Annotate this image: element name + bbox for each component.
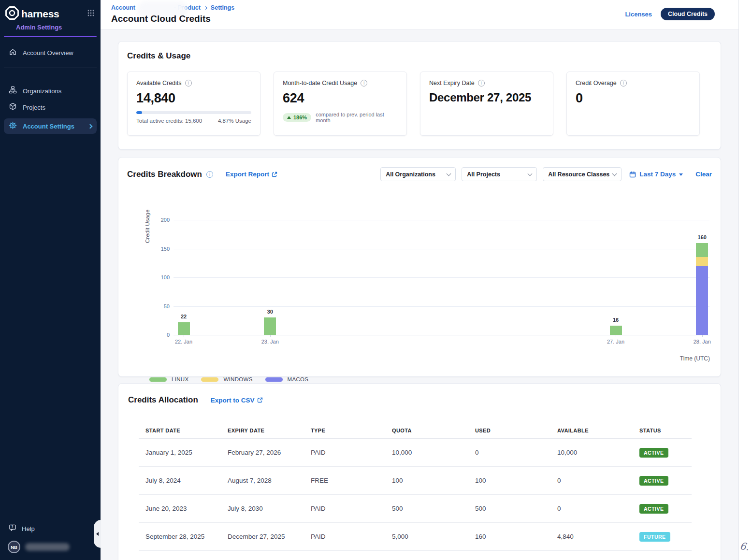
- allocation-header: Credits Allocation Export to CSV: [128, 395, 711, 405]
- legend-item-linux[interactable]: LINUX: [149, 376, 188, 382]
- info-icon[interactable]: [361, 80, 367, 86]
- cloud-credits-button[interactable]: Cloud Credits: [661, 8, 715, 20]
- status-badge: ACTIVE: [639, 448, 668, 458]
- usage-percent: 4.87% Usage: [218, 118, 251, 124]
- legend-swatch: [265, 377, 283, 382]
- delta-note: compared to prev. period last month: [316, 112, 398, 123]
- stat-card-row: Available Credits 14,840 Total active cr…: [127, 72, 712, 136]
- sidebar-bottom: Help NB: [0, 520, 101, 560]
- brand-name: harness: [21, 8, 59, 20]
- x-axis-line: [174, 335, 709, 335]
- cell-used: 0: [475, 449, 557, 456]
- cell-expiry_date: August 7, 2028: [228, 477, 311, 484]
- licenses-link[interactable]: Licenses: [625, 11, 652, 18]
- page-title: Account Cloud Credits: [111, 14, 211, 24]
- chevron-down-icon: [447, 171, 451, 176]
- cell-status: ACTIVE: [639, 504, 692, 514]
- sidebar-item-organizations[interactable]: Organizations: [0, 83, 101, 99]
- breadcrumb-account[interactable]: Account: [111, 4, 135, 11]
- chart-bar[interactable]: [178, 322, 190, 335]
- stat-card-credit-overage: Credit Overage 0: [566, 72, 700, 136]
- y-axis-title: Credit Usage: [145, 209, 150, 243]
- breadcrumb[interactable]: Account - Product Settings: [111, 4, 234, 11]
- cell-type: FREE: [311, 477, 392, 484]
- breadcrumb-chevron-icon: [204, 6, 207, 9]
- y-tick-label: 100: [150, 274, 170, 280]
- breadcrumb-settings[interactable]: Settings: [211, 4, 234, 11]
- scrollbar-track[interactable]: [738, 0, 752, 560]
- bar-segment-linux: [610, 326, 622, 335]
- table-body: January 1, 2025February 27, 2026PAID10,0…: [139, 439, 692, 551]
- cell-start_date: July 8, 2024: [145, 477, 228, 484]
- sidebar-nav: Account Overview Organizations: [0, 44, 101, 134]
- export-csv-link[interactable]: Export to CSV: [211, 397, 263, 404]
- info-icon[interactable]: [478, 80, 485, 86]
- sidebar-item-label: Projects: [23, 104, 45, 111]
- column-header: EXPIRY DATE: [228, 428, 311, 433]
- usage-progress-fill: [136, 111, 142, 114]
- help-label: Help: [22, 525, 35, 532]
- caret-down-icon: [679, 173, 683, 176]
- redacted-username: [25, 543, 70, 551]
- table-row: July 8, 2024August 7, 2028FREE1001000ACT…: [139, 467, 692, 495]
- export-csv-label: Export to CSV: [211, 397, 255, 404]
- bar-value-label: 160: [688, 234, 717, 240]
- info-icon[interactable]: [620, 80, 627, 86]
- bar-value-label: 30: [256, 309, 285, 315]
- sidebar-item-projects[interactable]: Projects: [0, 99, 101, 115]
- y-tick-label: 150: [150, 246, 170, 252]
- chart-bar[interactable]: [264, 317, 276, 335]
- chevron-right-icon: [88, 124, 93, 129]
- sidebar-item-account-settings[interactable]: Account Settings: [4, 118, 97, 134]
- cell-available: 0: [557, 477, 639, 484]
- help-button[interactable]: Help: [0, 520, 101, 537]
- stat-label: Month-to-date Credit Usage: [283, 80, 357, 86]
- app-root: harness Admin Settings Account Overview: [0, 0, 752, 560]
- chart-legend: LINUXWINDOWSMACOS: [149, 376, 308, 382]
- x-tick-label: 22. Jan: [167, 339, 201, 345]
- chart-bar[interactable]: [610, 326, 622, 335]
- breadcrumb-product[interactable]: - Product: [174, 4, 201, 11]
- avatar[interactable]: NB: [8, 541, 20, 553]
- external-link-icon: [272, 172, 277, 177]
- chart-gridline: [174, 306, 709, 307]
- legend-swatch: [201, 377, 218, 382]
- handwritten-annotation: 6.: [739, 540, 750, 553]
- cell-start_date: June 20, 2023: [145, 505, 228, 512]
- status-badge: ACTIVE: [639, 476, 668, 486]
- x-tick-mark: [616, 335, 616, 337]
- table-header-row: START DATEEXPIRY DATETYPEQUOTAUSEDAVAILA…: [139, 422, 692, 439]
- projects-select[interactable]: All Projects: [462, 167, 537, 181]
- export-report-label: Export Report: [226, 171, 269, 178]
- info-icon[interactable]: [206, 171, 213, 178]
- legend-label: WINDOWS: [223, 376, 252, 382]
- legend-item-macos[interactable]: MACOS: [265, 376, 309, 382]
- info-icon[interactable]: [185, 80, 192, 86]
- stat-label: Available Credits: [136, 80, 182, 86]
- sidebar-item-account-overview[interactable]: Account Overview: [0, 44, 101, 61]
- bar-segment-macos: [696, 266, 708, 335]
- column-header: TYPE: [311, 428, 392, 433]
- chart-gridline: [174, 277, 709, 278]
- clear-filters-link[interactable]: Clear: [695, 171, 712, 178]
- delta-value: 186%: [293, 115, 307, 120]
- sidebar-collapse-handle[interactable]: [94, 520, 101, 548]
- bar-segment-linux: [178, 322, 190, 335]
- date-range-picker[interactable]: Last 7 Days: [629, 171, 683, 178]
- organizations-select[interactable]: All Organizations: [380, 167, 456, 181]
- stat-value: December 27, 2025: [429, 90, 544, 105]
- app-grid-icon[interactable]: [87, 9, 95, 19]
- y-tick-label: 0: [150, 332, 170, 338]
- x-tick-mark: [702, 335, 703, 337]
- delta-badge: 186%: [283, 113, 311, 122]
- table-row: June 20, 2023July 8, 2030PAID5005000ACTI…: [139, 495, 692, 523]
- projects-select-value: All Projects: [467, 171, 500, 178]
- gear-icon: [9, 121, 17, 131]
- export-report-link[interactable]: Export Report: [226, 171, 277, 178]
- chart-bar[interactable]: [696, 243, 708, 335]
- user-row[interactable]: NB: [0, 537, 101, 555]
- table-row: January 1, 2025February 27, 2026PAID10,0…: [139, 439, 692, 467]
- legend-item-windows[interactable]: WINDOWS: [201, 376, 252, 382]
- resource-classes-select[interactable]: All Resource Classes: [543, 167, 622, 181]
- status-badge: ACTIVE: [639, 504, 668, 514]
